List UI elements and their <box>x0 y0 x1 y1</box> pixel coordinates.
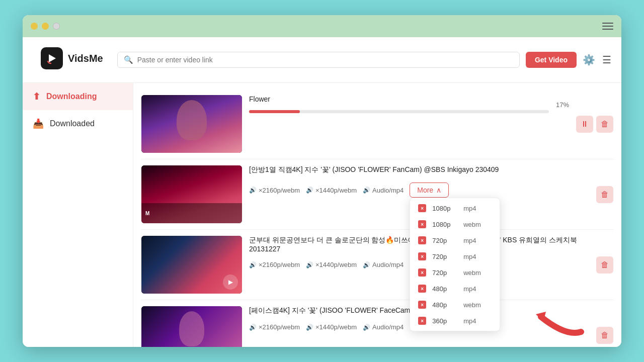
dropdown-item-360p-mp4[interactable]: × 360p mp4 <box>410 313 500 329</box>
thumbnail-2: M <box>141 165 242 223</box>
action-buttons-1: ⏸ 🗑 <box>576 116 613 133</box>
pause-button-1[interactable]: ⏸ <box>576 116 593 133</box>
hamburger-icon[interactable] <box>602 23 613 30</box>
close-button[interactable] <box>31 23 38 30</box>
delete-button-2[interactable]: 🗑 <box>596 186 613 203</box>
search-input[interactable] <box>137 56 513 64</box>
dropdown-item-1080p-webm[interactable]: × 1080p webm <box>410 216 500 232</box>
sidebar: ⬆ Downloading 📥 Downloaded <box>23 83 133 347</box>
video-item-1: Flower 17% ⏸ 🗑 <box>141 89 613 159</box>
main-content: ⬆ Downloading 📥 Downloaded <box>23 83 621 347</box>
format-tag-3-2160: 🔊 ×2160p/webm <box>249 261 300 268</box>
dropdown-item-720p-mp4-2[interactable]: × 720p mp4 <box>410 248 500 264</box>
sidebar-item-downloaded[interactable]: 📥 Downloaded <box>23 110 133 137</box>
thumbnail-3: ▶ <box>141 236 242 294</box>
format-tag-4-2160: 🔊 ×2160p/webm <box>249 323 300 331</box>
video-item-4: [페이스캠4K] 지수 '꽃' (JISOO 'FLOWER' FaceCam)… <box>141 300 613 347</box>
video-item-3: ▶ 군부대 위문공연보다 더 큰 솔로군단의 함성🔥미쓰에이(mis... ad… <box>141 230 613 300</box>
format-tag-2160: 🔊 ×2160p/webm <box>249 187 300 194</box>
format-tag-3-audio: 🔊 Audio/mp4 <box>363 261 404 268</box>
format-tag-3-1440: 🔊 ×1440p/webm <box>306 261 357 268</box>
logo-area: VidsMe <box>33 42 111 77</box>
action-buttons-4: 🗑 <box>596 327 613 344</box>
format-tag-1440: 🔊 ×1440p/webm <box>306 187 357 194</box>
delete-button-1[interactable]: 🗑 <box>596 116 613 133</box>
more-btn-container: More ∧ × 1080p mp4 <box>410 183 449 198</box>
video-item-2: M [안방1열 직캠4K] 지수 '꽃' (JISOO 'FLOWER' Fan… <box>141 159 613 230</box>
title-bar <box>23 15 621 37</box>
format-tags-2: 🔊 ×2160p/webm 🔊 ×1440p/webm 🔊 Audio/mp4 <box>249 183 589 198</box>
video-2-info: [안방1열 직캠4K] 지수 '꽃' (JISOO 'FLOWER' FanCa… <box>249 165 589 198</box>
traffic-lights <box>31 23 60 30</box>
format-tag-4-1440: 🔊 ×1440p/webm <box>306 323 357 331</box>
downloaded-icon: 📥 <box>33 118 44 129</box>
top-header: VidsMe 🔍 Get Video ⚙️ ☰ <box>23 37 621 83</box>
dropdown-item-720p-webm[interactable]: × 720p webm <box>410 264 500 281</box>
progress-pct-1: 17% <box>556 101 569 109</box>
delete-button-3[interactable]: 🗑 <box>596 256 613 274</box>
sidebar-item-downloaded-label: Downloaded <box>50 119 95 128</box>
app-title: VidsMe <box>68 53 103 64</box>
thumbnail-1 <box>141 95 242 153</box>
app-logo <box>41 47 63 69</box>
video-title-1: Flower <box>249 95 569 103</box>
video-title-2: [안방1열 직캠4K] 지수 '꽃' (JISOO 'FLOWER' FanCa… <box>249 165 589 174</box>
downloading-icon: ⬆ <box>33 91 40 102</box>
more-button-2[interactable]: More ∧ <box>410 183 449 198</box>
thumbnail-4 <box>141 306 242 347</box>
delete-button-4[interactable]: 🗑 <box>596 327 613 344</box>
action-buttons-3: 🗑 <box>596 256 613 274</box>
header-icons: ⚙️ ☰ <box>583 54 611 66</box>
sidebar-item-downloading-label: Downloading <box>46 92 97 101</box>
progress-area-1: 17% <box>249 110 569 113</box>
menu-icon[interactable]: ☰ <box>602 54 611 66</box>
minimize-button[interactable] <box>42 23 49 30</box>
action-buttons-2: 🗑 <box>596 186 613 203</box>
format-tag-4-audio: 🔊 Audio/mp4 <box>363 323 404 331</box>
format-dropdown: × 1080p mp4 × 1080p webm <box>410 198 500 331</box>
maximize-button[interactable] <box>53 23 60 30</box>
dropdown-item-480p-webm[interactable]: × 480p webm <box>410 297 500 313</box>
search-icon: 🔍 <box>124 55 133 64</box>
dropdown-item-720p-mp4-1[interactable]: × 720p mp4 <box>410 232 500 248</box>
dropdown-item-480p-mp4[interactable]: × 480p mp4 <box>410 281 500 297</box>
get-video-button[interactable]: Get Video <box>526 52 577 68</box>
settings-icon[interactable]: ⚙️ <box>583 54 595 66</box>
dropdown-item-1080p-mp4[interactable]: × 1080p mp4 <box>410 200 500 216</box>
search-bar[interactable]: 🔍 <box>117 52 520 68</box>
progress-bar-1 <box>249 110 300 113</box>
video-1-info: Flower 17% <box>249 95 569 113</box>
content-area: Flower 17% ⏸ 🗑 <box>133 83 621 347</box>
sidebar-item-downloading[interactable]: ⬆ Downloading <box>23 83 133 110</box>
format-tag-audio: 🔊 Audio/mp4 <box>363 187 404 194</box>
